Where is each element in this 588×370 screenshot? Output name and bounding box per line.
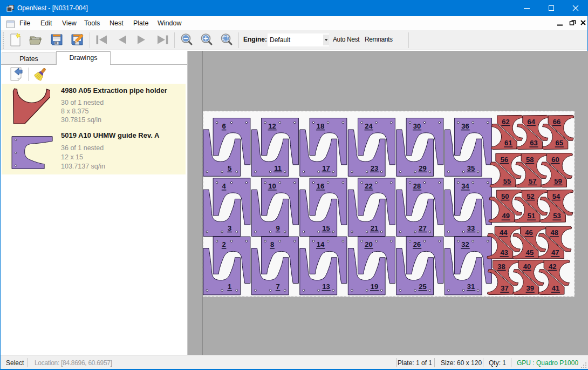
svg-text:33: 33 (467, 224, 475, 232)
svg-text:35: 35 (467, 164, 475, 172)
svg-text:61: 61 (504, 139, 512, 147)
svg-text:66: 66 (553, 118, 560, 126)
svg-text:32: 32 (461, 240, 469, 248)
svg-text:37: 37 (501, 284, 508, 292)
svg-text:18: 18 (317, 122, 324, 130)
svg-text:44: 44 (500, 228, 508, 237)
svg-text:63: 63 (530, 139, 537, 147)
svg-text:48: 48 (551, 228, 558, 237)
svg-text:26: 26 (413, 240, 421, 248)
svg-text:53: 53 (553, 212, 560, 220)
svg-text:11: 11 (274, 164, 282, 172)
svg-text:40: 40 (523, 263, 531, 271)
svg-text:21: 21 (371, 224, 378, 232)
svg-text:54: 54 (552, 192, 560, 200)
svg-text:58: 58 (526, 156, 534, 164)
svg-text:25: 25 (419, 282, 426, 291)
svg-text:64: 64 (528, 118, 536, 126)
svg-text:60: 60 (551, 156, 559, 164)
svg-text:13: 13 (322, 282, 330, 291)
svg-text:10: 10 (268, 182, 276, 190)
svg-text:59: 59 (554, 177, 562, 185)
svg-text:50: 50 (501, 192, 509, 200)
svg-text:38: 38 (497, 263, 505, 271)
svg-text:29: 29 (419, 164, 426, 172)
svg-text:49: 49 (502, 212, 510, 220)
svg-text:65: 65 (556, 139, 563, 147)
svg-text:24: 24 (365, 122, 373, 130)
svg-text:22: 22 (365, 182, 372, 190)
svg-text:45: 45 (526, 248, 534, 257)
svg-text:23: 23 (371, 164, 378, 172)
svg-text:6: 6 (222, 122, 225, 130)
svg-text:12: 12 (268, 122, 276, 130)
svg-text:43: 43 (500, 248, 508, 257)
svg-text:2: 2 (222, 240, 225, 248)
svg-text:46: 46 (525, 228, 532, 237)
svg-text:52: 52 (527, 192, 534, 200)
svg-text:31: 31 (467, 282, 475, 291)
svg-text:41: 41 (552, 284, 559, 292)
svg-text:57: 57 (529, 177, 536, 185)
svg-text:34: 34 (461, 182, 469, 190)
svg-text:47: 47 (551, 248, 559, 257)
svg-text:30: 30 (413, 122, 421, 130)
svg-text:3: 3 (228, 224, 231, 232)
svg-text:14: 14 (317, 240, 325, 248)
svg-text:42: 42 (549, 263, 556, 271)
svg-text:5: 5 (228, 164, 231, 172)
svg-text:56: 56 (501, 156, 508, 164)
svg-text:7: 7 (276, 282, 279, 291)
svg-text:51: 51 (528, 212, 535, 220)
svg-text:27: 27 (419, 224, 426, 232)
svg-text:19: 19 (371, 282, 378, 291)
svg-text:39: 39 (526, 284, 534, 292)
svg-text:15: 15 (322, 224, 330, 232)
svg-text:62: 62 (502, 118, 509, 126)
svg-text:55: 55 (503, 177, 511, 185)
svg-text:28: 28 (413, 182, 421, 190)
svg-text:36: 36 (461, 122, 469, 130)
svg-text:16: 16 (317, 182, 324, 190)
svg-text:17: 17 (322, 164, 330, 172)
svg-text:8: 8 (270, 240, 274, 248)
svg-text:9: 9 (276, 224, 279, 232)
svg-text:4: 4 (222, 182, 226, 190)
svg-text:20: 20 (365, 240, 372, 248)
svg-text:1: 1 (228, 282, 231, 291)
